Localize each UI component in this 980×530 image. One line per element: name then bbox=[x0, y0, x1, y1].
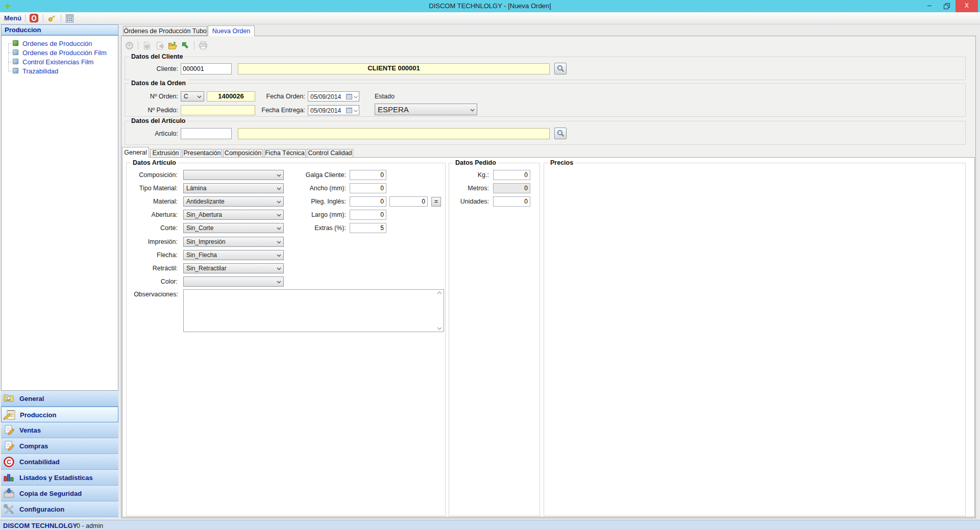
pedido-input[interactable] bbox=[181, 105, 255, 115]
unidades-input[interactable] bbox=[493, 196, 530, 207]
pleg-ingles-input-2[interactable] bbox=[389, 196, 428, 207]
nav-item-general[interactable]: General bbox=[1, 391, 118, 407]
retractil-select[interactable]: Sin_Retractilar bbox=[183, 263, 284, 273]
print-button[interactable] bbox=[198, 40, 208, 51]
datos-articulo-title: Datos Artículo bbox=[131, 159, 178, 166]
nav-item-listados[interactable]: Listados y Estadísticas bbox=[1, 470, 118, 486]
status-app-name: DISCOM TECHNLOLGY bbox=[3, 522, 77, 529]
chevron-down-icon bbox=[354, 96, 358, 98]
tipo-material-select[interactable]: Lámina bbox=[183, 183, 284, 193]
material-label: Material: bbox=[129, 198, 178, 205]
tree-item-ordenes-produccion-film[interactable]: Ordenes de Producción Film bbox=[2, 48, 118, 57]
material-select[interactable]: Antideslizante bbox=[183, 196, 284, 207]
corte-select[interactable]: Sin_Corte bbox=[183, 223, 284, 233]
color-label: Color: bbox=[129, 278, 178, 285]
status-bar: DISCOM TECHNLOLGY 0 - admin bbox=[0, 520, 980, 530]
datos-pedido-title: Datos Pedido bbox=[453, 159, 498, 166]
nav-item-contabilidad[interactable]: C Contabilidad bbox=[1, 454, 118, 470]
articulo-code-input[interactable] bbox=[181, 128, 232, 139]
forward-doc-icon bbox=[156, 41, 164, 50]
tab-ordenes-produccion-tubo[interactable]: Órdenes de Producción Tubo bbox=[123, 26, 207, 36]
chevron-down-icon bbox=[277, 281, 281, 284]
subtab-extrusion[interactable]: Extrusión bbox=[150, 149, 181, 157]
cliente-code-input[interactable] bbox=[181, 63, 232, 74]
color-select[interactable] bbox=[183, 276, 284, 287]
cliente-search-button[interactable] bbox=[554, 63, 567, 74]
equals-button[interactable]: = bbox=[431, 197, 441, 207]
extras-input[interactable] bbox=[350, 223, 386, 233]
fecha-entrega-picker[interactable]: 05/09/2014 bbox=[308, 105, 359, 115]
forward-doc-button[interactable] bbox=[155, 40, 165, 51]
svg-text:C: C bbox=[7, 459, 11, 466]
bar-chart-icon bbox=[3, 472, 15, 483]
subtab-general[interactable]: General bbox=[122, 147, 149, 158]
estado-select[interactable]: ESPERA bbox=[375, 104, 477, 115]
nav-item-ventas[interactable]: Ventas bbox=[1, 422, 118, 438]
open-folder-icon bbox=[168, 41, 178, 50]
pleg-ingles-input[interactable] bbox=[350, 196, 386, 207]
restore-button[interactable] bbox=[939, 0, 954, 12]
validate-doc-icon bbox=[143, 41, 151, 50]
tree-connector-stub bbox=[8, 43, 12, 44]
calculator-button[interactable] bbox=[65, 13, 75, 23]
accounting-icon: C bbox=[3, 456, 15, 468]
magnifier-icon bbox=[557, 65, 565, 72]
scroll-down-icon[interactable] bbox=[437, 327, 442, 330]
tab-nueva-orden[interactable]: Nueva Orden bbox=[208, 26, 255, 36]
tree-item-control-existencias-film[interactable]: Control Existencias Film bbox=[2, 57, 118, 66]
key-button[interactable] bbox=[47, 13, 57, 23]
open-folder-button[interactable] bbox=[167, 40, 178, 51]
largo-label: Largo (mm): bbox=[272, 211, 346, 218]
fecha-orden-picker[interactable]: 05/09/2014 bbox=[308, 91, 359, 102]
num-orden-label: Nº Orden: bbox=[127, 93, 178, 100]
title-bar: DISCOM TECHNLOLGY - [Nueva Orden] – X bbox=[0, 0, 980, 12]
validate-doc-button[interactable] bbox=[142, 40, 152, 51]
tools-icon bbox=[3, 503, 15, 515]
galga-cliente-label: Galga Cliente: bbox=[272, 171, 346, 179]
subtab-presentacion[interactable]: Presentación bbox=[182, 149, 222, 157]
nav-item-copia-seguridad[interactable]: Copia de Seguridad bbox=[1, 486, 118, 501]
chevron-down-icon bbox=[197, 95, 202, 98]
subtab-control-calidad[interactable]: Control Calidad bbox=[307, 149, 353, 157]
subtab-ficha-tecnica[interactable]: Ficha Técnica bbox=[264, 149, 306, 157]
record-button[interactable] bbox=[124, 40, 134, 51]
notepad-icon bbox=[4, 409, 17, 421]
minimize-button[interactable]: – bbox=[922, 0, 937, 12]
tree-item-ordenes-produccion[interactable]: Ordenes de Producción bbox=[2, 39, 118, 48]
purchases-doc-icon bbox=[3, 440, 15, 451]
ancho-input[interactable] bbox=[350, 183, 386, 193]
tree-item-trazabilidad[interactable]: Trazabilidad bbox=[2, 66, 118, 75]
flecha-select[interactable]: Sin_Flecha bbox=[183, 250, 284, 260]
tree-node-icon bbox=[13, 40, 18, 46]
observaciones-textarea[interactable] bbox=[183, 289, 444, 332]
close-button[interactable]: X bbox=[955, 0, 978, 12]
subtab-composicion[interactable]: Composición bbox=[223, 149, 263, 157]
sidebar-header: Produccion bbox=[1, 24, 118, 35]
composicion-select[interactable] bbox=[183, 170, 284, 180]
menubar-separator bbox=[61, 14, 61, 22]
nav-item-configuracion[interactable]: Configuracion bbox=[1, 501, 118, 517]
calendar-icon bbox=[346, 93, 352, 99]
cliente-label: Cliente: bbox=[127, 65, 178, 72]
orden-serie-select[interactable]: C bbox=[181, 91, 204, 102]
nav-item-compras[interactable]: Compras bbox=[1, 438, 118, 454]
scroll-up-icon[interactable] bbox=[437, 291, 442, 294]
abertura-select[interactable]: Sin_Abertura bbox=[183, 210, 284, 220]
impresion-select[interactable]: Sin_Impresión bbox=[183, 237, 284, 247]
articulo-search-button[interactable] bbox=[554, 128, 567, 139]
tree-connector-stub bbox=[8, 53, 12, 53]
menu-bar: Menú bbox=[0, 12, 980, 24]
chevron-down-icon bbox=[277, 241, 281, 244]
nav-item-produccion[interactable]: Produccion bbox=[1, 407, 118, 422]
menubar-separator bbox=[25, 14, 26, 22]
menubar-separator bbox=[43, 14, 43, 22]
largo-input[interactable] bbox=[350, 210, 386, 220]
cliente-groupbox: Datos del Cliente Cliente: CLIENTE 00000… bbox=[125, 57, 966, 80]
power-button[interactable] bbox=[29, 13, 39, 23]
power-icon bbox=[30, 14, 38, 22]
return-arrow-button[interactable] bbox=[180, 40, 190, 51]
galga-cliente-input[interactable] bbox=[350, 170, 386, 180]
tree-node-icon bbox=[13, 49, 18, 55]
menu-button[interactable]: Menú bbox=[4, 14, 21, 22]
kg-input[interactable] bbox=[493, 170, 530, 180]
